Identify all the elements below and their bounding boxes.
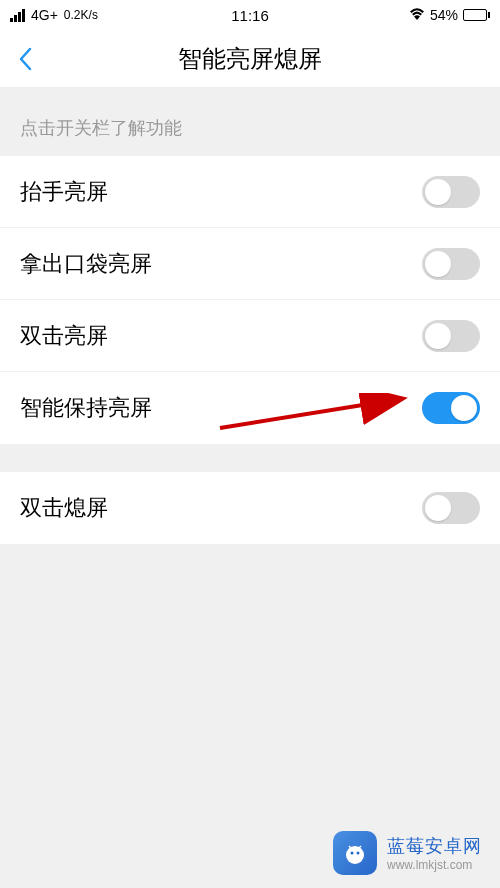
toggle-knob	[425, 251, 451, 277]
page-title: 智能亮屏熄屏	[178, 43, 322, 75]
setting-row-smart-stay[interactable]: 智能保持亮屏	[0, 372, 500, 444]
settings-group-1: 抬手亮屏拿出口袋亮屏双击亮屏智能保持亮屏	[0, 156, 500, 444]
signal-icon	[10, 9, 25, 22]
toggle-pocket-wake[interactable]	[422, 248, 480, 280]
toggle-knob	[451, 395, 477, 421]
svg-point-1	[346, 846, 364, 864]
watermark-url: www.lmkjst.com	[387, 858, 482, 872]
setting-row-double-tap-wake[interactable]: 双击亮屏	[0, 300, 500, 372]
toggle-knob	[425, 179, 451, 205]
status-bar: 4G+ 0.2K/s 11:16 54%	[0, 0, 500, 30]
setting-label: 拿出口袋亮屏	[20, 249, 152, 279]
back-button[interactable]	[0, 30, 50, 87]
settings-group-2: 双击熄屏	[0, 472, 500, 544]
hint-text: 点击开关栏了解功能	[0, 88, 500, 156]
setting-row-pocket-wake[interactable]: 拿出口袋亮屏	[0, 228, 500, 300]
header: 智能亮屏熄屏	[0, 30, 500, 88]
setting-label: 双击亮屏	[20, 321, 108, 351]
watermark: 蓝莓安卓网 www.lmkjst.com	[0, 818, 500, 888]
setting-label: 抬手亮屏	[20, 177, 108, 207]
setting-row-double-tap-sleep[interactable]: 双击熄屏	[0, 472, 500, 544]
watermark-title: 蓝莓安卓网	[387, 834, 482, 858]
setting-label: 双击熄屏	[20, 493, 108, 523]
setting-label: 智能保持亮屏	[20, 393, 152, 423]
watermark-logo	[333, 831, 377, 875]
network-speed: 0.2K/s	[64, 8, 98, 22]
network-type: 4G+	[31, 7, 58, 23]
wifi-icon	[409, 7, 425, 23]
clock: 11:16	[231, 7, 269, 24]
svg-point-3	[357, 852, 360, 855]
toggle-knob	[425, 323, 451, 349]
battery-icon	[463, 9, 490, 21]
toggle-raise-to-wake[interactable]	[422, 176, 480, 208]
toggle-double-tap-sleep[interactable]	[422, 492, 480, 524]
toggle-smart-stay[interactable]	[422, 392, 480, 424]
battery-percent: 54%	[430, 7, 458, 23]
toggle-double-tap-wake[interactable]	[422, 320, 480, 352]
setting-row-raise-to-wake[interactable]: 抬手亮屏	[0, 156, 500, 228]
chevron-left-icon	[18, 47, 32, 71]
toggle-knob	[425, 495, 451, 521]
svg-point-2	[351, 852, 354, 855]
